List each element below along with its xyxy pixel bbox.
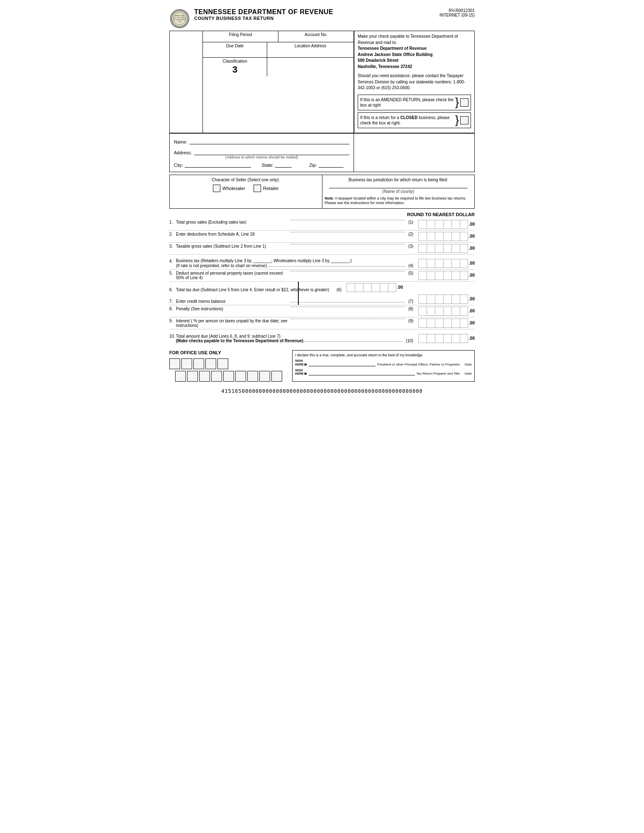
office-box-6[interactable] bbox=[175, 371, 186, 382]
line-6-box1[interactable] bbox=[346, 283, 355, 292]
line-7-box5[interactable] bbox=[451, 295, 460, 304]
line-4-box4[interactable] bbox=[443, 259, 451, 268]
line-7-box3[interactable] bbox=[435, 295, 443, 304]
line-5-box5[interactable] bbox=[451, 271, 460, 280]
line-3-box1[interactable] bbox=[418, 244, 427, 253]
line-2-box3[interactable] bbox=[435, 232, 443, 241]
office-box-10[interactable] bbox=[223, 371, 234, 382]
line-10-box6[interactable] bbox=[460, 334, 468, 343]
line-6-box4[interactable] bbox=[371, 283, 380, 292]
closed-return-row: If this is a return for a CLOSED busines… bbox=[358, 112, 471, 128]
line-8-box4[interactable] bbox=[443, 307, 451, 316]
wholesaler-checkbox[interactable] bbox=[213, 185, 220, 192]
line-1-box1[interactable] bbox=[418, 220, 427, 229]
line-9-box2[interactable] bbox=[427, 319, 435, 328]
line-1-box6[interactable] bbox=[460, 220, 468, 229]
line-5-box2[interactable] bbox=[427, 271, 435, 280]
line-6-box6[interactable] bbox=[388, 283, 396, 292]
line-6-box3[interactable] bbox=[363, 283, 371, 292]
office-box-5[interactable] bbox=[217, 358, 228, 369]
line-4-box6[interactable] bbox=[460, 259, 468, 268]
line-2-box6[interactable] bbox=[460, 232, 468, 241]
line-1-box4[interactable] bbox=[443, 220, 451, 229]
line-8-box5[interactable] bbox=[451, 307, 460, 316]
line-9-box3[interactable] bbox=[435, 319, 443, 328]
retailer-label: Retailer bbox=[263, 186, 279, 191]
line-4-box5[interactable] bbox=[451, 259, 460, 268]
line-3-box3[interactable] bbox=[435, 244, 443, 253]
amended-checkbox[interactable] bbox=[460, 98, 468, 107]
closed-text: If this is a return for a CLOSED busines… bbox=[360, 115, 454, 126]
line-2-box4[interactable] bbox=[443, 232, 451, 241]
line-5-box4[interactable] bbox=[443, 271, 451, 280]
seller-right: Business tax jurisdiction for which retu… bbox=[322, 175, 475, 208]
retailer-checkbox[interactable] bbox=[254, 185, 261, 192]
line-6-box5[interactable] bbox=[380, 283, 388, 292]
mailing-bold-3: 500 Deaderick Street bbox=[358, 58, 398, 63]
line-8-box3[interactable] bbox=[435, 307, 443, 316]
address-field[interactable] bbox=[194, 149, 349, 155]
office-box-9[interactable] bbox=[211, 371, 222, 382]
line-7-box1[interactable] bbox=[418, 295, 427, 304]
state-field[interactable] bbox=[275, 161, 292, 168]
line-4-box2[interactable] bbox=[427, 259, 435, 268]
line-6-7-wrapper: 6. Total tax due (Subtract Line 5 from L… bbox=[169, 282, 475, 305]
line-7-box2[interactable] bbox=[427, 295, 435, 304]
line-3-box4[interactable] bbox=[443, 244, 451, 253]
line-8-box1[interactable] bbox=[418, 307, 427, 316]
line-10-box1[interactable] bbox=[418, 334, 427, 343]
line-2-box2[interactable] bbox=[427, 232, 435, 241]
location-address-label: Location Address bbox=[295, 44, 327, 48]
office-box-12[interactable] bbox=[247, 371, 258, 382]
line-10-box2[interactable] bbox=[427, 334, 435, 343]
line-9-box5[interactable] bbox=[451, 319, 460, 328]
name-field[interactable] bbox=[190, 138, 349, 144]
line-3-box5[interactable] bbox=[451, 244, 460, 253]
office-box-14[interactable] bbox=[271, 371, 282, 382]
line-4-box1[interactable] bbox=[418, 259, 427, 268]
seller-section: Character of Seller (Select one only): W… bbox=[169, 175, 475, 209]
line-10: 10. Total amount due (Add Lines 6, 8, an… bbox=[169, 329, 475, 344]
city-field[interactable] bbox=[185, 161, 251, 168]
sig-line-1[interactable] bbox=[309, 366, 376, 366]
line-2-box5[interactable] bbox=[451, 232, 460, 241]
line-9-box6[interactable] bbox=[460, 319, 468, 328]
line-10-box3[interactable] bbox=[435, 334, 443, 343]
line-1-box2[interactable] bbox=[427, 220, 435, 229]
zip-field[interactable] bbox=[319, 161, 344, 168]
line-4-box3[interactable] bbox=[435, 259, 443, 268]
office-box-11[interactable] bbox=[235, 371, 246, 382]
line-9-box4[interactable] bbox=[443, 319, 451, 328]
office-box-2[interactable] bbox=[181, 358, 192, 369]
line-4-cents: .00 bbox=[469, 261, 475, 265]
line-1-box5[interactable] bbox=[451, 220, 460, 229]
line-3-box2[interactable] bbox=[427, 244, 435, 253]
line-7-box4[interactable] bbox=[443, 295, 451, 304]
line-10-box4[interactable] bbox=[443, 334, 451, 343]
filing-period-label: Filing Period bbox=[229, 32, 252, 37]
line-5-box1[interactable] bbox=[418, 271, 427, 280]
line-6-box2[interactable] bbox=[355, 283, 363, 292]
line-1-box3[interactable] bbox=[435, 220, 443, 229]
office-box-7[interactable] bbox=[187, 371, 198, 382]
line-8-box6[interactable] bbox=[460, 307, 468, 316]
office-box-13[interactable] bbox=[259, 371, 270, 382]
line-2-box1[interactable] bbox=[418, 232, 427, 241]
sig-line-2[interactable] bbox=[309, 375, 415, 375]
line-3-num: 3. bbox=[169, 244, 176, 248]
line-3-box6[interactable] bbox=[460, 244, 468, 253]
line-10-dots bbox=[304, 341, 402, 342]
office-box-3[interactable] bbox=[193, 358, 204, 369]
office-box-1[interactable] bbox=[169, 358, 180, 369]
closed-checkbox[interactable] bbox=[460, 116, 468, 124]
line-10-box5[interactable] bbox=[451, 334, 460, 343]
line-5-box3[interactable] bbox=[435, 271, 443, 280]
address-row: Address: bbox=[174, 149, 349, 155]
line-8-box2[interactable] bbox=[427, 307, 435, 316]
line-5-box6[interactable] bbox=[460, 271, 468, 280]
office-box-8[interactable] bbox=[199, 371, 210, 382]
due-date-cell: Due Date bbox=[203, 42, 267, 57]
line-7-box6[interactable] bbox=[460, 295, 468, 304]
office-box-4[interactable] bbox=[205, 358, 216, 369]
line-9-box1[interactable] bbox=[418, 319, 427, 328]
